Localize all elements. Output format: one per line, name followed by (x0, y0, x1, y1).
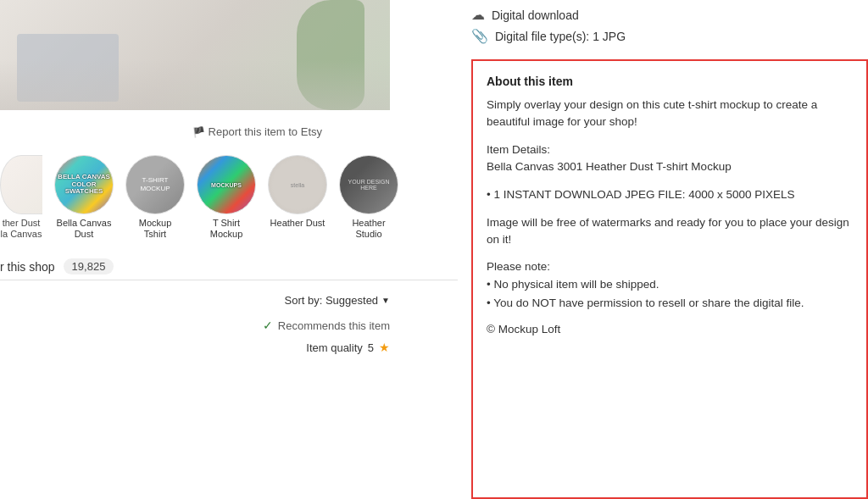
please-note-section: Please note: • No physical item will be … (487, 258, 853, 312)
thumb-label-heather-studio: Heather Studio (352, 218, 385, 240)
report-link[interactable]: 🏴 Report this item to Etsy (192, 119, 390, 145)
bullet1-text: • 1 INSTANT DOWNLOAD JPEG FILE: 4000 x 5… (487, 186, 853, 204)
thumb-circle-t-shirt: MOCKUPS (197, 155, 256, 214)
thumbnail-mockup-tshirt[interactable]: T-SHIRT MOCKUP Mockup Tshirt (125, 155, 185, 240)
thumb-circle-heather-studio: YOUR DESIGN HERE (339, 155, 398, 214)
digital-file-label: Digital file type(s): 1 JPG (495, 30, 626, 43)
about-description: Simply overlay your design on this cute … (487, 97, 853, 131)
item-details-label: Item Details: (487, 141, 853, 158)
quality-row: Item quality 5 ★ (0, 337, 458, 358)
thumb-label-bella-canvas: Bella Canvas Dust (57, 218, 112, 240)
sort-label-text: Sort by: Suggested (285, 294, 379, 307)
thumb-label-heather-dust: Heather Dust (270, 218, 326, 229)
copyright-text: © Mockup Loft (487, 323, 853, 335)
top-info: ☁ Digital download 📎 Digital file type(s… (471, 0, 868, 59)
sort-arrow-icon: ▼ (381, 296, 390, 305)
flag-icon: 🏴 (192, 126, 205, 138)
thumb-partial-left[interactable]: ther Dust la Canvas (0, 155, 42, 240)
bullet2-text: • No physical item will be shipped. (487, 275, 853, 294)
thumb-circle-heather-dust: stella (268, 155, 327, 214)
about-title: About this item (487, 75, 853, 88)
sort-row: Sort by: Suggested ▼ (0, 287, 458, 313)
image-note-text: Image will be free of watermarks and rea… (487, 214, 853, 249)
please-note-label: Please note: (487, 258, 853, 275)
divider (0, 280, 458, 280)
left-panel: 🏴 Report this item to Etsy ther Dust la … (0, 0, 458, 499)
thumbnail-heather-dust[interactable]: stella Heather Dust (268, 155, 327, 229)
paperclip-icon: 📎 (471, 28, 488, 44)
about-box: About this item Simply overlay your desi… (471, 59, 868, 499)
product-image (0, 0, 390, 110)
digital-file-row: 📎 Digital file type(s): 1 JPG (471, 28, 868, 44)
shop-count: 19,825 (64, 258, 114, 274)
thumb-circle-partial (0, 155, 42, 214)
right-panel: ☁ Digital download 📎 Digital file type(s… (458, 0, 868, 499)
thumb-partial-label: ther Dust la Canvas (1, 218, 42, 240)
thumbnail-heather-studio[interactable]: YOUR DESIGN HERE Heather Studio (339, 155, 398, 240)
item-details-section: Item Details: Bella Canvas 3001 Heather … (487, 141, 853, 176)
digital-download-label: Digital download (492, 8, 579, 22)
shop-label: r this shop (0, 260, 55, 274)
quality-score: 5 (368, 341, 374, 354)
recommends-text: Recommends this item (278, 319, 390, 332)
shop-row: r this shop 19,825 (0, 250, 458, 280)
item-details-value: Bella Canvas 3001 Heather Dust T-shirt M… (487, 158, 853, 175)
star-icon: ★ (379, 341, 390, 354)
thumb-label-t-shirt: T Shirt Mockup (210, 218, 243, 240)
thumbnail-bella-canvas-dust[interactable]: BELLA CANVAS COLOR SWATCHES Bella Canvas… (54, 155, 114, 240)
thumb-circle-bella-canvas: BELLA CANVAS COLOR SWATCHES (54, 155, 114, 214)
quality-label: Item quality (306, 341, 362, 354)
thumbnail-row: ther Dust la Canvas BELLA CANVAS COLOR S… (0, 145, 458, 250)
thumbnail-t-shirt-mockup[interactable]: MOCKUPS T Shirt Mockup (197, 155, 256, 240)
bullet1-section: • 1 INSTANT DOWNLOAD JPEG FILE: 4000 x 5… (487, 186, 853, 204)
check-icon: ✓ (263, 319, 273, 332)
digital-download-row: ☁ Digital download (471, 7, 868, 23)
image-note-section: Image will be free of watermarks and rea… (487, 214, 853, 249)
thumb-circle-mockup: T-SHIRT MOCKUP (125, 155, 185, 214)
recommends-row: ✓ Recommends this item (0, 313, 458, 337)
thumb-label-mockup: Mockup Tshirt (139, 218, 172, 240)
report-link-text: Report this item to Etsy (209, 125, 322, 138)
sort-dropdown[interactable]: Sort by: Suggested ▼ (285, 294, 390, 307)
cloud-download-icon: ☁ (471, 7, 485, 23)
bullet3-text: • You do NOT have permission to resell o… (487, 294, 853, 313)
